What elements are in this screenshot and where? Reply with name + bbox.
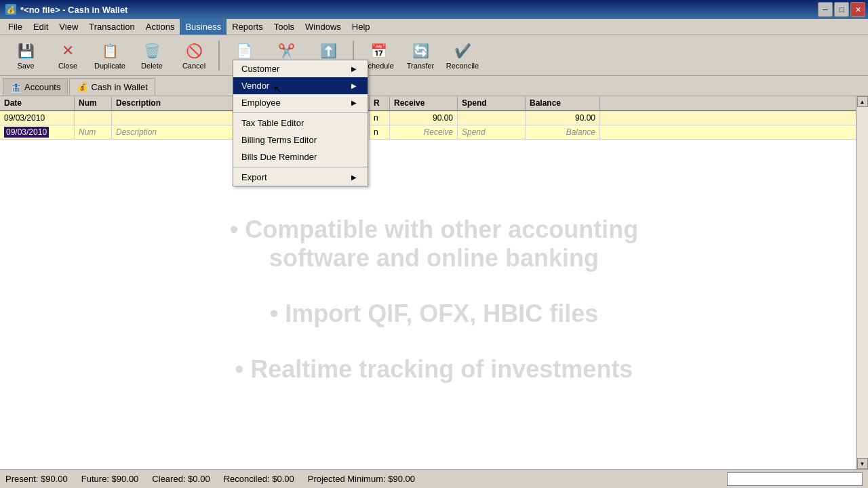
- menu-actions[interactable]: Actions: [140, 19, 180, 35]
- col-date: Date: [0, 96, 75, 110]
- menu-employee[interactable]: Employee ▶: [233, 94, 368, 111]
- vertical-scrollbar[interactable]: ▲ ▼: [856, 96, 868, 469]
- table-row[interactable]: 09/03/2010 Imbalance-USD n 90.00 90.00: [0, 111, 868, 125]
- menu-transaction[interactable]: Transaction: [83, 19, 140, 35]
- menu-tools[interactable]: Tools: [269, 19, 300, 35]
- col-balance: Balance: [526, 96, 600, 110]
- minimize-button[interactable]: ─: [818, 2, 833, 17]
- menu-edit[interactable]: Edit: [28, 19, 54, 35]
- menu-billing-terms[interactable]: Billing Terms Editor: [233, 131, 368, 148]
- table-header: Date Num Description Transfer R Receive …: [0, 96, 868, 111]
- vendor-arrow: ▶: [351, 82, 357, 89]
- cancel-button[interactable]: 🚫 Cancel: [174, 38, 214, 73]
- menu-customer[interactable]: Customer ▶: [233, 60, 368, 77]
- watermark-line-3: • Realtime tracking of investments: [222, 355, 647, 384]
- status-bar: Present: $90.00 Future: $90.00 Cleared: …: [0, 469, 868, 488]
- menu-sep-1: [233, 113, 368, 113]
- delete-button[interactable]: 🗑️ Delete: [132, 38, 172, 73]
- cell-date-1: 09/03/2010: [0, 111, 75, 125]
- edit-num[interactable]: Num: [75, 125, 112, 139]
- accounts-icon: 🏦: [10, 82, 22, 93]
- col-num: Num: [75, 96, 112, 110]
- menu-business[interactable]: Business: [180, 19, 226, 35]
- vendor-label: Vendor: [241, 81, 269, 91]
- duplicate-button[interactable]: 📋 Duplicate: [90, 38, 130, 73]
- menu-vendor[interactable]: Vendor ▶: [233, 77, 368, 94]
- col-spend: Spend: [458, 96, 526, 110]
- menu-bills-due[interactable]: Bills Due Reminder: [233, 148, 368, 165]
- status-input[interactable]: [727, 472, 863, 486]
- save-button[interactable]: 💾 Save: [5, 38, 46, 73]
- transfer-label: Transfer: [407, 62, 435, 70]
- window-controls: ─ □ ✕: [818, 2, 865, 17]
- edit-r: n: [370, 125, 390, 139]
- scroll-up-button[interactable]: ▲: [857, 96, 868, 107]
- save-label: Save: [17, 62, 34, 70]
- duplicate-icon: 📋: [100, 41, 119, 60]
- col-receive: Receive: [390, 96, 458, 110]
- employee-label: Employee: [241, 98, 281, 108]
- reconcile-icon: ✔️: [453, 41, 472, 60]
- tab-bar: 🏦 Accounts 💰 Cash in Wallet: [0, 76, 868, 96]
- edit-row[interactable]: 09/03/2010 Num Description Transfer n Re…: [0, 125, 868, 140]
- close-icon: ✕: [58, 41, 77, 60]
- scroll-track[interactable]: [857, 107, 868, 458]
- window-title: *<no file> - Cash in Wallet: [20, 5, 127, 15]
- duplicate-label: Duplicate: [94, 62, 125, 70]
- jump-icon: ⬆️: [319, 41, 338, 60]
- menu-reports[interactable]: Reports: [226, 19, 269, 35]
- app-icon: 💰: [5, 4, 16, 15]
- edit-balance: Balance: [526, 125, 600, 139]
- col-description: Description: [112, 96, 248, 110]
- cell-spend-1: [458, 111, 526, 125]
- customer-label: Customer: [241, 64, 279, 74]
- edit-date[interactable]: 09/03/2010: [0, 125, 75, 139]
- main-content: Date Num Description Transfer R Receive …: [0, 96, 868, 469]
- menu-help[interactable]: Help: [347, 19, 376, 35]
- tab-cash-in-wallet[interactable]: 💰 Cash in Wallet: [69, 78, 155, 96]
- cell-receive-1: 90.00: [390, 111, 458, 125]
- cell-desc-1: [112, 111, 248, 125]
- menu-export[interactable]: Export ▶: [233, 169, 368, 186]
- scroll-down-button[interactable]: ▼: [857, 458, 868, 469]
- delete-icon: 🗑️: [142, 41, 161, 60]
- status-reconciled: Reconciled: $0.00: [224, 474, 294, 484]
- maximize-button[interactable]: □: [834, 2, 849, 17]
- status-present: Present: $90.00: [5, 474, 68, 484]
- edit-receive[interactable]: Receive: [390, 125, 458, 139]
- edit-spend[interactable]: Spend: [458, 125, 526, 139]
- menu-tax-table[interactable]: Tax Table Editor: [233, 115, 368, 131]
- schedule-icon: 📅: [369, 41, 388, 60]
- blank-icon: 📄: [235, 41, 254, 60]
- menu-view[interactable]: View: [54, 19, 83, 35]
- toolbar: 💾 Save ✕ Close 📋 Duplicate 🗑️ Delete 🚫 C…: [0, 35, 868, 76]
- close-button[interactable]: ✕: [850, 2, 865, 17]
- transaction-table: Date Num Description Transfer R Receive …: [0, 96, 868, 469]
- delete-label: Delete: [141, 62, 163, 70]
- close-label: Close: [58, 62, 77, 70]
- col-r: R: [370, 96, 390, 110]
- watermark-line-1: • Compatible with other accountingsoftwa…: [216, 216, 652, 272]
- tax-table-label: Tax Table Editor: [241, 118, 304, 128]
- edit-description[interactable]: Description: [112, 125, 248, 139]
- bills-due-label: Bills Due Reminder: [241, 152, 317, 162]
- cell-num-1: [75, 111, 112, 125]
- status-future: Future: $90.00: [81, 474, 139, 484]
- billing-terms-label: Billing Terms Editor: [241, 135, 317, 145]
- cancel-label: Cancel: [182, 62, 205, 70]
- cancel-icon: 🚫: [184, 41, 203, 60]
- menu-windows[interactable]: Windows: [300, 19, 347, 35]
- tab-accounts[interactable]: 🏦 Accounts: [3, 78, 68, 96]
- menu-bar: File Edit View Transaction Actions Busin…: [0, 19, 868, 35]
- watermark-line-2: • Import QIF, OFX, HBIC files: [256, 300, 612, 328]
- reconcile-button[interactable]: ✔️ Reconcile: [442, 38, 483, 73]
- export-label: Export: [241, 172, 267, 182]
- menu-file[interactable]: File: [3, 19, 28, 35]
- employee-arrow: ▶: [351, 99, 357, 106]
- customer-arrow: ▶: [351, 65, 357, 73]
- close-tool-button[interactable]: ✕ Close: [47, 38, 88, 73]
- toolbar-sep-1: [218, 41, 220, 70]
- transfer-button[interactable]: 🔄 Transfer: [400, 38, 441, 73]
- tab-accounts-label: Accounts: [24, 82, 60, 92]
- transfer-icon: 🔄: [411, 41, 430, 60]
